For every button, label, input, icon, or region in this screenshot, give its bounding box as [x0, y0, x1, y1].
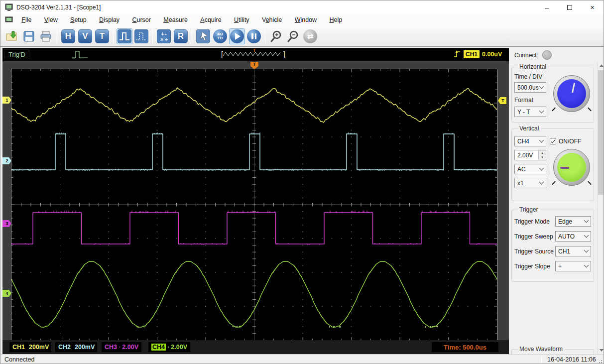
control-panel: Connect: Horizontal Time / DIV 500.0us F…	[509, 48, 604, 354]
format-label: Format	[514, 97, 533, 104]
trigger-group-title: Trigger	[517, 206, 540, 213]
rising-edge-icon	[454, 50, 461, 58]
time-per-div-readout: Time: 500.0us	[432, 342, 498, 352]
menu-item-setup[interactable]: Setup	[65, 14, 92, 26]
open-button[interactable]	[4, 28, 20, 44]
pulse-icon	[118, 29, 131, 43]
probe-select[interactable]: x1	[514, 178, 546, 188]
channel2-status[interactable]: CH2 200mV	[55, 342, 97, 352]
statusbar-divider	[541, 356, 542, 364]
h-icon: H	[61, 29, 75, 43]
autoset-button[interactable]: AUTO	[212, 28, 228, 44]
single-pulse-button[interactable]	[117, 28, 132, 44]
spinner-up-button[interactable]: ▲	[539, 150, 546, 155]
vertical-setup-button[interactable]: V	[77, 28, 93, 44]
maximize-button[interactable]	[558, 0, 581, 14]
time-div-select[interactable]: 500.0us	[514, 82, 546, 93]
scroll-down-button[interactable]	[598, 346, 604, 354]
ac-coupling-icon	[119, 345, 120, 350]
channel-scale: 2.00V	[122, 344, 138, 351]
spinner-down-button[interactable]: ▼	[539, 155, 546, 160]
save-button[interactable]	[21, 28, 37, 44]
channel-scale: 2.00V	[171, 344, 187, 351]
trigger-mode-select[interactable]: Edge	[555, 216, 591, 227]
format-select[interactable]: Y - T	[514, 107, 546, 117]
coupling-select[interactable]: AC	[514, 164, 546, 174]
math-button[interactable]: + - × ÷	[156, 28, 172, 44]
waveform-display[interactable]	[11, 69, 497, 341]
menu-item-view[interactable]: View	[39, 14, 63, 26]
onoff-checkbox[interactable]	[550, 138, 556, 144]
play-icon	[230, 29, 244, 43]
trigger-mode-label: Trigger Mode	[514, 218, 550, 225]
cursor-button[interactable]	[195, 28, 211, 44]
trigger-slope-select[interactable]: +	[555, 261, 591, 271]
trigger-pulse-icon	[71, 50, 89, 60]
vertical-group-title: Vertical	[517, 125, 541, 132]
close-button[interactable]: ×	[581, 0, 604, 14]
zoom-out-button[interactable]	[285, 28, 301, 44]
vertical-knob[interactable]	[553, 149, 590, 186]
trigger-source-select[interactable]: CH1	[555, 246, 591, 256]
preview-right-bracket: ]	[283, 51, 285, 58]
panel-scrollbar[interactable]	[597, 61, 604, 354]
pulse-train-button[interactable]	[133, 28, 149, 44]
channel-name: CH2	[58, 344, 71, 351]
channel4-status[interactable]: CH4 2.00V	[148, 342, 190, 352]
channel-select[interactable]: CH4	[514, 136, 546, 146]
scope-graticule-and-traces	[11, 69, 497, 340]
menu-item-vehicle[interactable]: Vehicle	[256, 14, 287, 26]
reference-button[interactable]: R	[173, 28, 189, 44]
print-button[interactable]	[38, 28, 54, 44]
menu-item-utility[interactable]: Utility	[229, 14, 255, 26]
toolbar: H V T + - × ÷ R	[0, 26, 604, 47]
horizontal-knob-face	[557, 79, 586, 108]
trigger-channel-badge: CH1	[464, 50, 480, 58]
horizontal-setup-button[interactable]: H	[60, 28, 76, 44]
magnifier-minus-icon	[286, 29, 300, 43]
menu-item-help[interactable]: Help	[324, 14, 348, 26]
auto-icon: AUTO	[213, 29, 227, 43]
menu-item-window[interactable]: Window	[289, 14, 322, 26]
r-icon: R	[174, 29, 188, 43]
menu-bar: File View Setup Display Cursor Measure A…	[0, 14, 604, 26]
pulse-train-icon	[134, 29, 148, 43]
resize-grip[interactable]	[599, 359, 604, 364]
printer-icon	[39, 30, 52, 42]
channel1-status[interactable]: CH1 200mV	[9, 342, 51, 352]
preview-trigger-marker: T	[253, 48, 256, 53]
channel3-status[interactable]: CH3 2.00V	[102, 342, 141, 352]
knob-indicator	[572, 83, 575, 93]
scrollbar-thumb[interactable]	[598, 70, 604, 195]
trigger-sweep-label: Trigger Sweep	[514, 233, 553, 240]
time-div-label: Time / DIV	[514, 73, 542, 80]
chevron-down-icon	[584, 248, 589, 253]
minimize-button[interactable]: –	[536, 0, 558, 14]
run-button[interactable]	[229, 28, 245, 44]
magnifier-plus-icon	[269, 29, 283, 43]
zoom-in-button[interactable]	[268, 28, 284, 44]
channel-scale: 200mV	[75, 344, 95, 351]
scroll-up-button[interactable]	[598, 61, 604, 69]
trigger-sweep-select[interactable]: AUTO	[555, 231, 591, 242]
toolbar-separator	[57, 29, 57, 44]
volts-div-spinner[interactable]: 2.00V ▲ ▼	[514, 150, 546, 160]
title-bar[interactable]: DSO-3204 Ver2.1.31 - [Scope1] – ×	[0, 0, 604, 14]
window-title: DSO-3204 Ver2.1.31 - [Scope1]	[16, 4, 101, 11]
menu-item-file[interactable]: File	[16, 14, 37, 26]
trigger-level-value: 0.00uV	[482, 51, 502, 58]
horizontal-knob[interactable]	[553, 75, 590, 112]
menu-item-measure[interactable]: Measure	[158, 14, 193, 26]
horizontal-group: Horizontal Time / DIV 500.0us Format Y -…	[511, 67, 594, 122]
waveform-preview[interactable]: [ ] T	[221, 49, 289, 59]
trigger-setup-button[interactable]: T	[94, 28, 110, 44]
pause-button[interactable]	[246, 28, 262, 44]
menu-item-acquire[interactable]: Acquire	[195, 14, 227, 26]
menu-item-display[interactable]: Display	[94, 14, 125, 26]
menu-item-cursor[interactable]: Cursor	[126, 14, 156, 26]
transfer-button[interactable]: ⇄	[302, 28, 318, 44]
v-icon: V	[78, 29, 92, 43]
connect-indicator	[542, 50, 552, 60]
channel-scale: 200mV	[29, 344, 49, 351]
trigger-slope-label: Trigger Slope	[514, 263, 550, 270]
